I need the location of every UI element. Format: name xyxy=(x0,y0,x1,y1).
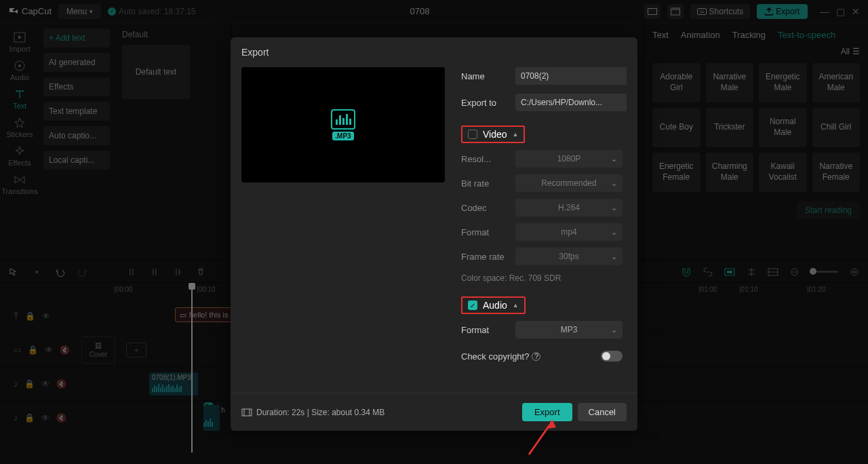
video-format-label: Format xyxy=(461,227,509,237)
copyright-row: Check copyright?? xyxy=(461,351,623,362)
audio-format-label: Format xyxy=(461,325,509,335)
exportto-input[interactable] xyxy=(515,94,627,111)
modal-footer: Duration: 22s | Size: about 0.34 MB Expo… xyxy=(231,393,637,431)
film-icon xyxy=(241,408,252,417)
codec-label: Codec xyxy=(461,203,509,213)
video-format-select[interactable]: mp4 xyxy=(515,223,623,241)
audio-format-select[interactable]: MP3 xyxy=(515,321,623,339)
cancel-button[interactable]: Cancel xyxy=(578,403,627,421)
annotation-arrow xyxy=(522,421,563,463)
color-space-note: Color space: Rec. 709 SDR xyxy=(461,272,623,291)
audio-section-head: ✓ Audio ▲ xyxy=(461,296,623,314)
help-icon[interactable]: ? xyxy=(532,352,540,361)
caret-up-icon[interactable]: ▲ xyxy=(513,302,519,309)
mp3-file-icon: .MP3 xyxy=(330,109,357,140)
copyright-label: Check copyright?? xyxy=(461,351,540,362)
modal-form: Name Export to Video ▲ Resol...1080P Bit… xyxy=(461,67,627,387)
codec-select[interactable]: H.264 xyxy=(515,199,623,216)
svg-rect-20 xyxy=(242,409,252,416)
bitrate-select[interactable]: Recommended xyxy=(515,174,623,192)
video-section-head: Video ▲ xyxy=(461,125,623,143)
framerate-select[interactable]: 30fps xyxy=(515,248,623,265)
video-title: Video xyxy=(483,129,507,140)
framerate-label: Frame rate xyxy=(461,252,509,262)
export-preview: .MP3 xyxy=(241,67,445,182)
svg-line-23 xyxy=(529,421,553,455)
name-label: Name xyxy=(461,71,509,81)
name-input[interactable] xyxy=(515,67,627,85)
resolution-label: Resol... xyxy=(461,154,509,164)
export-modal: Export .MP3 Name Export to xyxy=(231,37,637,431)
video-checkbox[interactable] xyxy=(468,130,477,139)
resolution-select[interactable]: 1080P xyxy=(515,150,623,168)
export-info: Duration: 22s | Size: about 0.34 MB xyxy=(241,408,384,417)
audio-highlight: ✓ Audio ▲ xyxy=(461,296,526,314)
video-highlight: Video ▲ xyxy=(461,125,525,143)
modal-title: Export xyxy=(231,37,637,67)
audio-checkbox[interactable]: ✓ xyxy=(468,301,477,310)
export-confirm-button[interactable]: Export xyxy=(522,403,572,421)
audio-title: Audio xyxy=(483,300,507,311)
bitrate-label: Bit rate xyxy=(461,178,509,189)
exportto-label: Export to xyxy=(461,98,509,108)
copyright-toggle[interactable] xyxy=(601,351,623,362)
caret-up-icon[interactable]: ▲ xyxy=(513,131,519,138)
